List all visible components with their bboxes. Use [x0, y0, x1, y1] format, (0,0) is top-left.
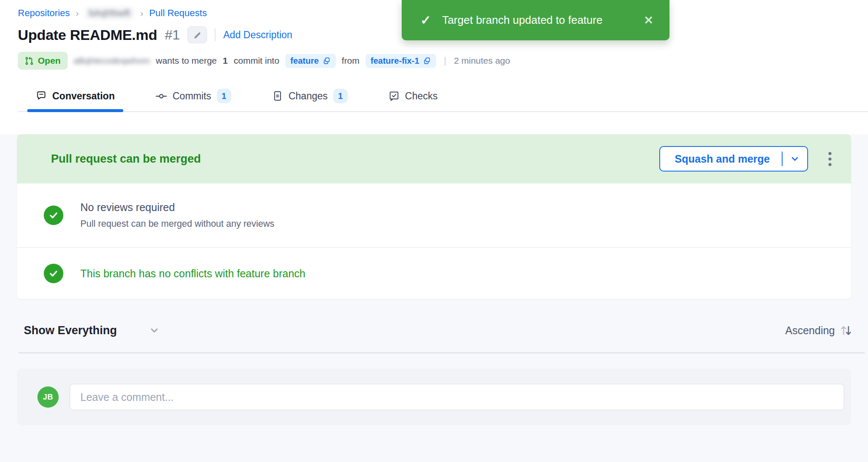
breadcrumb-pull-requests[interactable]: Pull Requests	[149, 8, 207, 19]
pr-number: #1	[165, 27, 180, 43]
breadcrumb-repositories[interactable]: Repositories	[18, 8, 70, 19]
sort-ascending-icon	[839, 324, 853, 337]
timeline-controls: Show Everything Ascending	[24, 324, 853, 337]
kebab-menu-button[interactable]	[826, 149, 834, 169]
conversation-panel: Pull request can be merged Squash and me…	[0, 134, 868, 462]
sort-toggle-label: Ascending	[785, 324, 835, 337]
meta-text-wants: wants to merge	[156, 56, 217, 66]
meta-text-into: commit into	[234, 56, 279, 66]
merge-status-card: Pull request can be merged Squash and me…	[17, 134, 851, 299]
breadcrumb-repo-redacted[interactable]: bAqhfswft	[85, 7, 134, 20]
avatar: JB	[37, 386, 59, 408]
reviews-status-title: No reviews required	[80, 201, 275, 214]
divider	[19, 352, 865, 353]
active-tab-indicator	[27, 109, 123, 112]
tab-label: Commits	[173, 90, 211, 102]
breadcrumb-separator: ›	[140, 8, 143, 18]
tab-checks[interactable]: Checks	[389, 81, 438, 111]
chevron-down-icon	[789, 153, 800, 164]
sort-toggle[interactable]: Ascending	[785, 324, 853, 337]
checklist-icon	[389, 90, 400, 101]
tab-label: Checks	[405, 90, 438, 102]
merge-banner-title: Pull request can be merged	[51, 152, 201, 166]
divider	[215, 28, 216, 41]
edit-title-button[interactable]	[187, 26, 207, 43]
add-description-link[interactable]: Add Description	[223, 29, 292, 41]
tab-bar: Conversation Commits 1 Changes 1 Checks	[18, 81, 868, 112]
copy-icon[interactable]	[423, 57, 431, 65]
toast-success: ✓ Target branch updated to feature ✕	[402, 0, 669, 40]
pull-request-icon	[25, 56, 34, 65]
tab-changes[interactable]: Changes 1	[272, 81, 348, 111]
squash-and-merge-label: Squash and merge	[675, 153, 770, 165]
reviews-status-row: No reviews required Pull request can be …	[17, 183, 851, 248]
comment-bubble-icon	[36, 90, 47, 101]
reviews-status-subtitle: Pull request can be merged without any r…	[80, 219, 275, 229]
file-icon	[272, 90, 283, 101]
chevron-down-icon	[148, 324, 160, 336]
target-branch-badge[interactable]: feature	[285, 54, 336, 68]
target-branch-label: feature	[290, 56, 319, 66]
page-title: Update README.md	[18, 27, 157, 43]
toast-message: Target branch updated to feature	[442, 14, 602, 27]
meta-text-from: from	[342, 56, 360, 66]
tab-commits[interactable]: Commits 1	[156, 81, 231, 111]
filter-dropdown[interactable]: Show Everything	[24, 324, 160, 337]
pr-meta-row: Open aBqhtecodeqwhom wants to merge 1 co…	[18, 52, 868, 70]
author-name-redacted: aBqhtecodeqwhom	[74, 56, 150, 66]
commit-icon	[156, 90, 167, 102]
close-icon[interactable]: ✕	[644, 14, 653, 27]
check-icon: ✓	[420, 13, 431, 28]
breadcrumb-separator: ›	[76, 8, 79, 18]
pencil-icon	[193, 31, 202, 39]
check-circle-icon	[44, 206, 63, 225]
squash-and-merge-button[interactable]: Squash and merge	[659, 146, 808, 172]
tab-label: Conversation	[52, 90, 115, 102]
conflicts-status-title: This branch has no conflicts with featur…	[80, 268, 305, 280]
tab-conversation[interactable]: Conversation	[36, 81, 115, 111]
tab-count-badge: 1	[333, 89, 348, 103]
tab-count-badge: 1	[217, 89, 231, 103]
merge-options-caret[interactable]	[783, 153, 807, 164]
filter-dropdown-label: Show Everything	[24, 324, 117, 337]
status-badge-label: Open	[38, 56, 61, 66]
source-branch-label: feature-fix-1	[371, 56, 419, 66]
check-circle-icon	[44, 264, 63, 283]
status-badge-open: Open	[18, 52, 68, 70]
timestamp: 2 minutes ago	[454, 56, 510, 66]
comment-composer: JB	[17, 369, 851, 425]
divider: |	[444, 55, 446, 66]
comment-input[interactable]	[70, 384, 844, 410]
commit-count: 1	[223, 56, 228, 66]
tab-label: Changes	[289, 90, 328, 102]
source-branch-badge[interactable]: feature-fix-1	[366, 54, 436, 68]
conflicts-status-row: This branch has no conflicts with featur…	[17, 248, 851, 299]
copy-icon[interactable]	[323, 57, 331, 65]
merge-banner: Pull request can be merged Squash and me…	[17, 134, 851, 183]
